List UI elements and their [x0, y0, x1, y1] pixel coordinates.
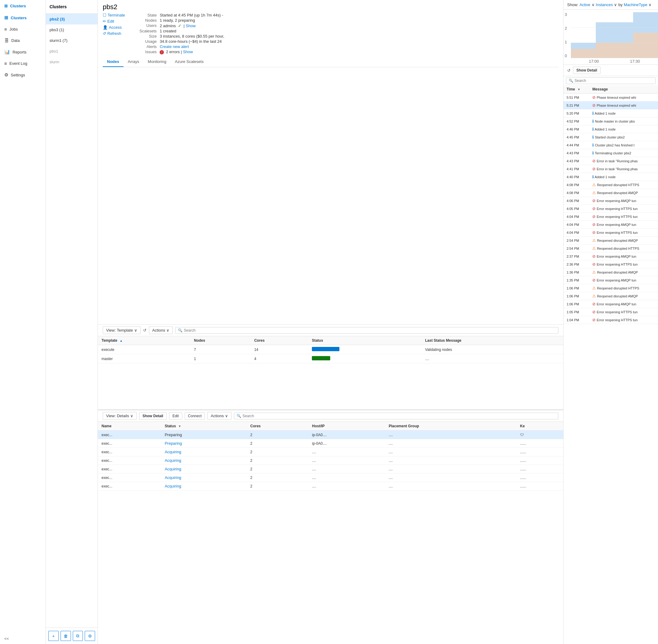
sidebar-item-data[interactable]: 🗄Data: [0, 35, 46, 46]
event-row[interactable]: 2:37 PM ⊘ Error reopening AMQP tun: [564, 252, 658, 260]
instances-filter-button[interactable]: Instances: [596, 2, 613, 7]
instance-status-link[interactable]: Acquiring: [165, 450, 181, 454]
instances-table-row[interactable]: exec... Acquiring 2 .... .... ......: [98, 456, 563, 465]
instance-name: exec...: [98, 465, 161, 474]
nodes-search-input[interactable]: [184, 328, 555, 332]
cluster-item-slurm1[interactable]: slurm1 (7): [46, 35, 97, 46]
event-row[interactable]: 1:06 PM ⚠ Reopened disrupted AMQP: [564, 292, 658, 300]
instance-status-link[interactable]: Preparing: [165, 441, 182, 446]
event-row[interactable]: 4:41 PM ⊘ Error in task "Running phas: [564, 165, 658, 173]
instances-table-row[interactable]: exec... Acquiring 2 .... .... ......: [98, 474, 563, 482]
nodes-actions-button[interactable]: Actions ∨: [149, 326, 173, 334]
create-alert-link[interactable]: Create new alert: [160, 44, 189, 49]
sidebar-item-eventlog[interactable]: ≡Event Log: [0, 58, 46, 69]
sidebar-collapse-button[interactable]: <<: [0, 633, 46, 644]
cluster-action-edit[interactable]: ✏Edit: [103, 19, 133, 24]
instances-connect-button[interactable]: Connect: [185, 412, 205, 420]
tab-azure-scalesets[interactable]: Azure Scalesets: [171, 57, 208, 67]
event-message: ⊘ Error reopening HTTPS tun: [589, 229, 658, 236]
sidebar-item-settings[interactable]: ⚙Settings: [0, 69, 46, 81]
nodes-table-row[interactable]: execute 7 14 Validating nodes: [98, 345, 563, 354]
event-row[interactable]: 4:45 PM ℹ Started cluster pbs2: [564, 133, 658, 141]
event-row[interactable]: 4:08 PM ⚠ Reopened disrupted AMQP: [564, 189, 658, 197]
nodes-refresh-icon[interactable]: ↺: [143, 328, 146, 332]
instance-hostip: ....: [308, 465, 385, 474]
tab-nodes[interactable]: Nodes: [103, 57, 123, 67]
event-row[interactable]: 2:54 PM ⚠ Reopened disrupted AMQP: [564, 236, 658, 245]
event-row[interactable]: 4:43 PM ⊘ Error in task "Running phas: [564, 157, 658, 165]
tab-arrays[interactable]: Arrays: [123, 57, 144, 67]
issues-show-link[interactable]: Show: [183, 49, 193, 54]
cluster-action-refresh[interactable]: ↺Refresh: [103, 31, 133, 36]
event-row[interactable]: 2:36 PM ⊘ Error reopening HTTPS tun: [564, 260, 658, 268]
event-row[interactable]: 1:04 PM ⊘ Error reopening HTTPS tun: [564, 316, 658, 324]
instance-status-link[interactable]: Acquiring: [165, 458, 181, 463]
cluster-list-copy-button[interactable]: ⧉: [73, 631, 83, 641]
right-show-detail-button[interactable]: Show Detail: [573, 67, 600, 74]
cluster-list-header: Clusters: [46, 0, 97, 14]
instance-hostip: ip-0A0....: [308, 439, 385, 448]
instance-placement: ....: [385, 431, 516, 439]
instances-actions-button[interactable]: Actions ∨: [207, 412, 231, 420]
cluster-item-pbs2[interactable]: pbs2 (3): [46, 14, 97, 24]
event-row[interactable]: 5:21 PM ⊘ Phase timeout expired whi: [564, 101, 658, 110]
event-row[interactable]: 5:51 PM ⊘ Phase timeout expired whi: [564, 94, 658, 101]
instances-table-row[interactable]: exec... Preparing 2 ip-0A0.... .... 🛡: [98, 431, 563, 439]
view-template-button[interactable]: View: Template ∨: [103, 326, 141, 334]
sidebar-item-jobs[interactable]: ≡Jobs: [0, 24, 46, 35]
event-row[interactable]: 4:04 PM ⊘ Error reopening HTTPS tun: [564, 213, 658, 221]
event-row[interactable]: 1:06 PM ⊘ Error reopening AMQP tun: [564, 300, 658, 308]
warn-icon: ⚠: [592, 246, 596, 251]
right-search-input[interactable]: [574, 78, 653, 83]
event-row[interactable]: 4:08 PM ⚠ Reopened disrupted HTTPS: [564, 181, 658, 189]
event-row[interactable]: 1:05 PM ⊘ Error reopening HTTPS tun: [564, 308, 658, 316]
event-row[interactable]: 5:20 PM ℹ Added 1 node: [564, 110, 658, 117]
reports-icon: 📊: [4, 49, 10, 55]
cluster-list-gear-button[interactable]: ⚙: [85, 631, 95, 641]
event-row[interactable]: 4:04 PM ⊘ Error reopening HTTPS tun: [564, 229, 658, 236]
event-row[interactable]: 1:06 PM ⚠ Reopened disrupted HTTPS: [564, 284, 658, 292]
cluster-list-delete-button[interactable]: 🗑: [61, 631, 71, 641]
event-col-time: Time ▼: [564, 85, 589, 94]
instance-status-link[interactable]: Acquiring: [165, 467, 181, 471]
instance-status-link[interactable]: Acquiring: [165, 475, 181, 480]
right-refresh-icon[interactable]: ↺: [567, 68, 571, 73]
cluster-item-pbs1[interactable]: pbs1: [46, 46, 97, 56]
event-row[interactable]: 2:54 PM ⚠ Reopened disrupted HTTPS: [564, 245, 658, 252]
event-row[interactable]: 4:52 PM ℹ Node master in cluster pbs: [564, 117, 658, 125]
instances-table-row[interactable]: exec... Preparing 2 ip-0A0.... .... ....…: [98, 439, 563, 448]
event-row[interactable]: 4:06 PM ⊘ Error reopening AMQP tun: [564, 197, 658, 205]
event-time: 1:36 PM: [564, 268, 589, 276]
users-show-link[interactable]: Show: [186, 24, 196, 28]
event-row[interactable]: 4:05 PM ⊘ Error reopening HTTPS tun: [564, 205, 658, 213]
instance-status-link[interactable]: Acquiring: [165, 484, 181, 488]
instances-show-detail-button[interactable]: Show Detail: [139, 412, 167, 420]
info-icon: ℹ: [592, 111, 594, 116]
cluster-item-pbs3[interactable]: pbs3 (1): [46, 24, 97, 35]
view-details-button[interactable]: View: Details ∨: [103, 412, 137, 420]
event-row[interactable]: 4:40 PM ℹ Added 1 node: [564, 173, 658, 181]
tab-monitoring[interactable]: Monitoring: [143, 57, 171, 67]
instances-table-row[interactable]: exec... Acquiring 2 .... .... ......: [98, 465, 563, 474]
event-row[interactable]: 4:46 PM ℹ Added 1 node: [564, 125, 658, 133]
sidebar-item-clusters[interactable]: ⊞Clusters: [0, 12, 46, 24]
machine-type-button[interactable]: MachineType: [624, 2, 647, 7]
instances-table-row[interactable]: exec... Acquiring 2 .... .... ......: [98, 482, 563, 490]
event-time: 4:06 PM: [564, 197, 589, 205]
event-row[interactable]: 4:04 PM ⊘ Error reopening AMQP tun: [564, 221, 658, 229]
cluster-action-access[interactable]: 👤Access: [103, 25, 133, 30]
event-row[interactable]: 4:43 PM ℹ Terminating cluster pbs2: [564, 149, 658, 157]
nodes-table-row[interactable]: master 1 4 ....: [98, 354, 563, 363]
instances-search-input[interactable]: [243, 414, 555, 418]
active-filter-button[interactable]: Active: [580, 2, 590, 7]
event-row[interactable]: 1:35 PM ⊘ Error reopening AMQP tun: [564, 276, 658, 284]
cluster-item-slurm[interactable]: slurm: [46, 56, 97, 67]
event-row[interactable]: 4:44 PM ℹ Cluster pbs2 has finished t: [564, 141, 658, 149]
by-label: by: [618, 2, 622, 7]
cluster-list-add-button[interactable]: +: [48, 631, 59, 641]
instances-table-row[interactable]: exec... Acquiring 2 .... .... ......: [98, 448, 563, 456]
sidebar-item-reports[interactable]: 📊Reports: [0, 46, 46, 58]
cluster-action-terminate[interactable]: ☐Terminate: [103, 13, 133, 18]
event-row[interactable]: 1:36 PM ⚠ Reopened disrupted AMQP: [564, 268, 658, 276]
instances-edit-button[interactable]: Edit: [169, 412, 182, 420]
